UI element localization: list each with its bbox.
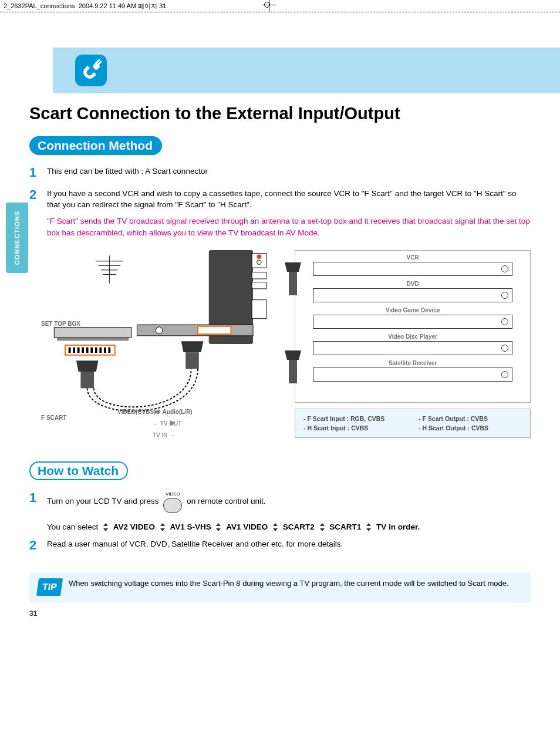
svg-rect-16 xyxy=(69,348,71,353)
watch-step1-line: Turn on your LCD TV and press VIDEO on r… xyxy=(47,491,531,513)
spec-h-out: - H Scart Output : CVBS xyxy=(419,424,522,432)
step-number-1b: 1 xyxy=(29,488,47,532)
select-item: AV1 VIDEO xyxy=(226,522,268,531)
watch-select-line: You can select AV2 VIDEO AV1 S-VHS AV1 V… xyxy=(47,521,531,533)
svg-rect-28 xyxy=(198,326,231,334)
diagram-label-fscart: F SCART xyxy=(41,414,66,421)
device-label: Satellite Receiver xyxy=(300,360,525,366)
crop-timestamp: 2004.9.22 11:49 AM xyxy=(79,2,136,9)
step-1-text: This end can be fitted with : A Scart co… xyxy=(47,166,531,182)
diagram-label-video: VIDEO(CVBS) + Audio(L/R) xyxy=(117,409,193,415)
diagram-label-tvin: TV IN → xyxy=(153,432,175,439)
step-number-2: 2 xyxy=(29,186,47,238)
crop-cross-horiz xyxy=(262,5,276,5)
step-row: 1 Turn on your LCD TV and press VIDEO on… xyxy=(29,491,531,532)
side-tab-label: CONNECTIONS xyxy=(14,211,21,265)
step-number-2b: 2 xyxy=(29,536,47,555)
svg-marker-31 xyxy=(181,341,204,352)
watch-step1b: on remote control unit. xyxy=(187,497,265,506)
tip-box: TIP When switching voltage comes into th… xyxy=(29,572,531,602)
svg-marker-29 xyxy=(76,360,99,372)
crop-filename: 2_2632PAL_connections xyxy=(4,2,75,9)
diagram-label-settopbox: SET TOP BOX xyxy=(41,321,80,327)
svg-point-8 xyxy=(257,255,262,259)
step-number-1: 1 xyxy=(29,163,47,182)
step-row: 1 This end can be fitted with : A Scart … xyxy=(29,166,531,182)
updown-arrow-icon xyxy=(365,523,373,531)
section-heading-howtowatch: How to Watch xyxy=(29,461,128,480)
crop-cross-vert xyxy=(269,0,269,12)
svg-rect-38 xyxy=(289,360,297,383)
device-label: DVD xyxy=(300,281,525,287)
page-title: Scart Connection to the External Input/O… xyxy=(29,104,531,123)
page-number: 31 xyxy=(29,609,37,618)
tip-text: When switching voltage comes into the Sc… xyxy=(69,578,509,589)
spec-h-in: - H Scart Input : CVBS xyxy=(303,424,407,432)
select-item: TV in order. xyxy=(376,522,420,531)
device-label: Video Disc Player xyxy=(300,333,525,340)
crop-marks-header: 2_2632PAL_connections 2004.9.22 11:49 AM… xyxy=(0,0,560,12)
step-row: 2 Read a user manual of VCR, DVD, Satell… xyxy=(29,538,531,555)
top-banner xyxy=(53,48,560,93)
device-icon xyxy=(313,368,512,382)
select-item: SCART1 xyxy=(329,522,361,531)
updown-arrow-icon xyxy=(158,523,167,531)
device-icon xyxy=(313,262,512,276)
svg-rect-19 xyxy=(82,348,84,353)
device-icon xyxy=(313,288,512,302)
tip-badge: TIP xyxy=(36,578,63,596)
svg-rect-15 xyxy=(65,345,115,355)
svg-rect-13 xyxy=(54,328,131,338)
svg-rect-25 xyxy=(108,348,110,353)
svg-rect-17 xyxy=(73,348,75,353)
svg-rect-36 xyxy=(289,272,297,295)
updown-arrow-icon xyxy=(271,523,279,531)
device-label: Video Game Device xyxy=(300,307,525,313)
svg-rect-21 xyxy=(90,348,93,353)
tvin-text: TV IN xyxy=(153,432,168,439)
svg-marker-35 xyxy=(285,262,301,272)
select-item: SCART2 xyxy=(283,522,315,531)
device-icon xyxy=(313,341,512,355)
svg-rect-11 xyxy=(252,282,266,289)
scart-spec-box: - F Scart Input : RGB, CVBS - F Scart Ou… xyxy=(295,409,531,438)
section-heading-connection: Connection Method xyxy=(29,136,162,155)
updown-arrow-icon xyxy=(214,523,222,531)
watch-step2: Read a user manual of VCR, DVD, Satellit… xyxy=(47,538,531,555)
svg-rect-12 xyxy=(252,300,266,319)
svg-rect-30 xyxy=(80,372,94,388)
device-stack: VCR DVD Video Game Device Video Disc Pla… xyxy=(295,250,531,403)
tvout-arrow: ← xyxy=(153,420,158,427)
crop-pagetag: 페이지 31 xyxy=(138,2,166,11)
side-tab: CONNECTIONS xyxy=(6,203,28,273)
diagram-right: VCR DVD Video Game Device Video Disc Pla… xyxy=(295,250,531,438)
svg-rect-23 xyxy=(99,348,102,353)
svg-point-27 xyxy=(156,327,162,333)
tvin-arrow: → xyxy=(169,432,175,439)
watch-step1a: Turn on your LCD TV and press xyxy=(47,497,159,506)
updown-arrow-icon xyxy=(318,523,326,531)
svg-point-9 xyxy=(257,260,262,265)
spec-f-out: - F Scart Output : CVBS xyxy=(419,415,522,422)
tvout-text: TV OUT xyxy=(160,420,182,427)
svg-rect-32 xyxy=(185,352,199,369)
svg-marker-37 xyxy=(285,350,301,360)
select-item: AV1 S-VHS xyxy=(170,522,211,531)
svg-rect-18 xyxy=(77,348,80,353)
svg-rect-14 xyxy=(57,338,129,341)
step-row: 2 If you have a second VCR and wish to c… xyxy=(29,188,531,238)
scart-plug-pair-icon xyxy=(285,262,301,386)
step-2-text-a: If you have a second VCR and wish to cop… xyxy=(47,188,531,211)
svg-rect-10 xyxy=(252,272,266,279)
remote-button-icon xyxy=(163,498,182,513)
svg-rect-20 xyxy=(86,348,89,353)
page: CONNECTIONS Scart Connection to the Exte… xyxy=(0,12,560,626)
plug-icon xyxy=(75,55,107,86)
remote-button-label: VIDEO xyxy=(161,491,184,498)
connection-diagram: SET TOP BOX F SCART VIDEO(CVBS) + Audio(… xyxy=(29,250,531,438)
device-label: VCR xyxy=(300,254,525,261)
svg-rect-24 xyxy=(104,348,106,353)
svg-rect-22 xyxy=(95,348,97,353)
diagram-left: SET TOP BOX F SCART VIDEO(CVBS) + Audio(… xyxy=(29,250,289,438)
svg-rect-26 xyxy=(137,325,253,336)
